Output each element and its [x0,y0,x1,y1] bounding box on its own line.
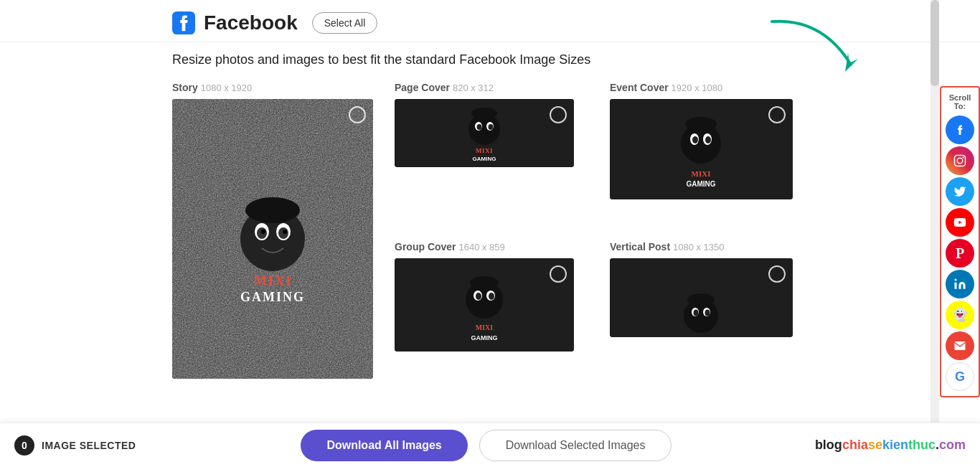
svg-point-36 [476,293,481,300]
svg-text:GAMING: GAMING [471,334,498,341]
group-cover-image: MIXI GAMING [395,258,574,352]
page-wrapper: Facebook Select All Resize photos and im… [0,0,980,467]
group-cover-label: Group Cover 1640 x 859 [395,241,588,253]
scroll-twitter[interactable] [946,177,974,206]
vertical-post-select-circle[interactable] [768,265,786,283]
selected-label: IMAGE SELECTED [42,440,136,451]
scroll-snapchat[interactable]: 👻 [946,301,974,329]
download-selected-button[interactable]: Download Selected Images [479,430,672,461]
svg-point-29 [685,117,717,131]
svg-point-28 [705,136,711,143]
story-image: MIXI GAMING [172,99,373,379]
page-title: Facebook [204,11,298,34]
scroll-youtube[interactable] [946,208,974,237]
svg-text:MIXI: MIXI [476,324,494,331]
selected-count-area: 0 IMAGE SELECTED [14,435,158,456]
svg-point-49 [957,158,963,164]
page-cover-section: Page Cover 820 x 312 MIXI GAMING [395,82,588,227]
scroll-to-label: Scroll To: [941,90,979,113]
scroll-pinterest[interactable]: P [946,239,974,268]
event-cover-section: Event Cover 1920 x 1080 MIXI GAMING [610,82,804,227]
event-cover-image: MIXI GAMING [610,99,793,199]
story-thumbnail: MIXI GAMING [172,99,373,379]
page-cover-thumbnail: MIXI GAMING [395,99,574,167]
svg-point-52 [955,279,957,281]
svg-point-18 [477,124,482,130]
svg-text:MIXI: MIXI [476,147,493,154]
event-cover-thumbnail: MIXI GAMING [610,99,793,199]
event-cover-label: Event Cover 1920 x 1080 [610,82,804,93]
count-badge: 0 [14,435,34,456]
bottom-bar: 0 IMAGE SELECTED Download All Images Dow… [0,423,980,467]
page-cover-label: Page Cover 820 x 312 [395,82,588,93]
svg-text:MIXI: MIXI [692,169,711,178]
group-cover-section: Group Cover 1640 x 859 MIXI GAMING [395,241,588,379]
vertical-post-section: Vertical Post 1080 x 1350 [610,241,804,379]
page-cover-image: MIXI GAMING [395,99,574,167]
scroll-linkedin[interactable] [946,270,974,298]
vertical-post-thumbnail [610,258,793,337]
scrollbar-thumb[interactable] [930,0,939,86]
svg-marker-1 [845,53,858,72]
svg-point-45 [694,310,699,316]
download-all-button[interactable]: Download All Images [301,430,467,461]
svg-text:MIXI: MIXI [254,273,292,288]
story-select-circle[interactable] [349,106,366,123]
group-cover-select-circle[interactable] [550,265,567,283]
scroll-instagram[interactable] [946,146,974,175]
watermark: blogchiasekienthuc.com [815,438,966,453]
svg-point-27 [692,136,698,143]
select-all-button[interactable]: Select All [312,12,378,34]
event-cover-select-circle[interactable] [768,106,786,123]
story-label: Story 1080 x 1920 [172,82,373,93]
svg-point-47 [687,293,715,306]
svg-text:GAMING: GAMING [473,156,496,162]
vertical-post-label: Vertical Post 1080 x 1350 [610,241,804,253]
bottom-buttons: Download All Images Download Selected Im… [169,430,804,461]
page-cover-select-circle[interactable] [550,106,567,123]
scroll-sidebar: Scroll To: P [940,86,980,397]
images-grid: Story 1080 x 1920 [172,82,808,379]
scroll-gmail[interactable] [946,331,974,360]
scrollbar-track [930,0,939,467]
group-cover-thumbnail: MIXI GAMING [395,258,574,352]
svg-point-11 [245,197,300,223]
scroll-facebook[interactable] [946,115,974,144]
svg-point-20 [471,108,497,119]
vertical-post-image [610,258,793,337]
scroll-google[interactable]: G [946,362,974,391]
svg-point-50 [962,156,963,158]
svg-point-10 [283,230,287,234]
scroll-arrow [765,14,865,82]
svg-point-38 [470,276,499,289]
svg-point-19 [489,124,494,130]
svg-point-9 [261,230,265,234]
svg-text:GAMING: GAMING [686,180,715,188]
story-section: Story 1080 x 1920 [172,82,373,379]
main-content: Story 1080 x 1920 [0,75,980,467]
svg-point-37 [489,293,494,300]
svg-point-46 [705,310,710,316]
facebook-header-icon [172,11,195,34]
svg-text:GAMING: GAMING [240,290,305,304]
